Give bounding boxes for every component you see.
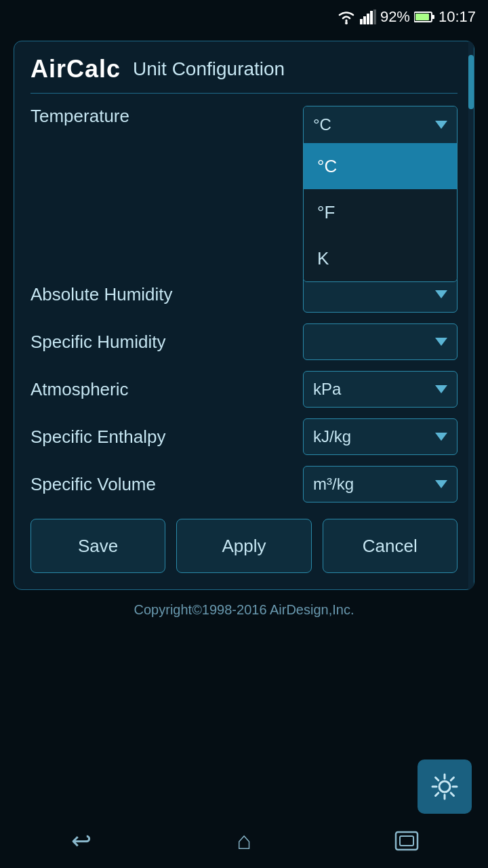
specific-enthalpy-row: Specific Enthalpy kJ/kg <box>30 418 458 455</box>
specific-volume-row: Specific Volume m³/kg <box>30 466 458 502</box>
action-buttons: Save Apply Cancel <box>30 519 458 573</box>
temperature-label: Temperature <box>30 106 129 127</box>
scrollbar-thumb[interactable] <box>468 55 474 109</box>
settings-area <box>418 760 472 814</box>
atmospheric-row: Atmospheric kPa <box>30 371 458 408</box>
svg-rect-2 <box>363 16 366 24</box>
battery-icon <box>414 11 434 23</box>
dropdown-arrow-icon <box>435 385 447 393</box>
cancel-button[interactable]: Cancel <box>323 519 458 573</box>
absolute-humidity-label: Absolute Humidity <box>30 284 173 305</box>
svg-rect-7 <box>432 15 434 19</box>
recents-button[interactable] <box>380 821 434 861</box>
page-title: Unit Configuration <box>133 58 285 80</box>
svg-line-14 <box>436 778 439 781</box>
app-title: AirCalc <box>30 55 121 83</box>
svg-rect-19 <box>400 836 413 846</box>
atmospheric-label: Atmospheric <box>30 379 129 400</box>
dropdown-arrow-icon <box>435 290 447 298</box>
specific-humidity-label: Specific Humidity <box>30 332 165 353</box>
svg-line-16 <box>451 778 453 781</box>
dropdown-option-celsius[interactable]: °C <box>304 143 457 189</box>
main-card: AirCalc Unit Configuration Temperature °… <box>14 41 474 590</box>
specific-enthalpy-value: kJ/kg <box>313 427 351 446</box>
dropdown-option-kelvin[interactable]: K <box>304 235 457 281</box>
signal-icon <box>360 9 376 24</box>
dropdown-arrow-icon <box>435 121 447 129</box>
gear-icon <box>430 772 460 802</box>
dropdown-selected-value: °C <box>313 115 331 134</box>
navigation-bar <box>0 814 488 868</box>
dropdown-arrow-icon <box>435 433 447 441</box>
scrollbar[interactable] <box>468 41 474 589</box>
status-bar: 92% 10:17 <box>0 0 488 34</box>
svg-point-9 <box>439 781 450 792</box>
specific-volume-label: Specific Volume <box>30 474 156 495</box>
svg-rect-3 <box>367 14 369 24</box>
dropdown-arrow-icon <box>435 338 447 346</box>
back-button[interactable] <box>54 821 108 861</box>
wifi-icon <box>337 9 356 24</box>
specific-humidity-row: Specific Humidity <box>30 323 458 360</box>
temperature-dropdown-open[interactable]: °C °C °F K <box>303 106 458 282</box>
svg-rect-18 <box>396 832 418 850</box>
svg-rect-4 <box>370 11 373 24</box>
svg-line-15 <box>451 793 453 795</box>
settings-button[interactable] <box>418 760 472 814</box>
dropdown-options-list: °C °F K <box>304 143 457 281</box>
battery-percentage: 92% <box>380 8 410 26</box>
svg-rect-5 <box>373 9 376 24</box>
specific-enthalpy-dropdown[interactable]: kJ/kg <box>303 418 458 455</box>
specific-humidity-dropdown[interactable] <box>303 323 458 360</box>
clock: 10:17 <box>439 8 476 26</box>
atmospheric-value: kPa <box>313 380 341 399</box>
svg-line-17 <box>436 793 439 795</box>
svg-rect-8 <box>415 14 429 20</box>
specific-volume-value: m³/kg <box>313 475 354 494</box>
apply-button[interactable]: Apply <box>176 519 311 573</box>
save-button[interactable]: Save <box>30 519 165 573</box>
svg-rect-1 <box>360 19 363 24</box>
status-icons: 92% 10:17 <box>337 8 476 26</box>
svg-point-0 <box>345 22 348 24</box>
dropdown-arrow-icon <box>435 480 447 488</box>
atmospheric-dropdown[interactable]: kPa <box>303 371 458 408</box>
specific-enthalpy-label: Specific Enthalpy <box>30 427 165 448</box>
card-header: AirCalc Unit Configuration <box>30 55 458 94</box>
dropdown-header[interactable]: °C <box>304 106 457 143</box>
specific-volume-dropdown[interactable]: m³/kg <box>303 466 458 502</box>
copyright-text: Copyright©1998-2016 AirDesign,Inc. <box>0 602 488 618</box>
temperature-row: Temperature °C °C °F K <box>30 106 458 127</box>
dropdown-option-fahrenheit[interactable]: °F <box>304 189 457 235</box>
home-button[interactable] <box>217 821 271 861</box>
